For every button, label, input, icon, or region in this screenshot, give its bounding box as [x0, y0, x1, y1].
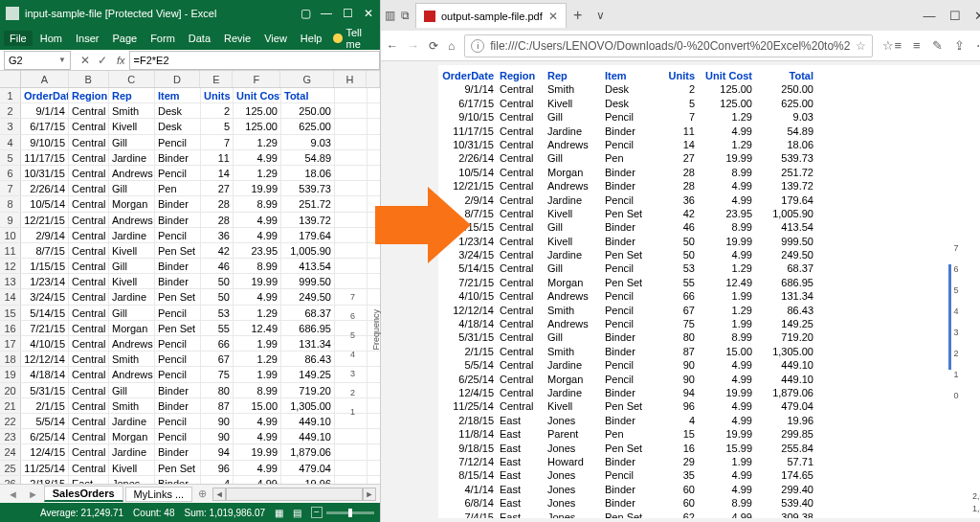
browser-tab[interactable]: output-sample-file.pdf ✕	[415, 3, 567, 28]
cell[interactable]: 9/1/14	[21, 103, 69, 118]
cell[interactable]: 179.64	[281, 228, 335, 242]
cell[interactable]: Pencil	[155, 414, 201, 428]
header-cell[interactable]: Total	[281, 88, 335, 102]
cell[interactable]: 1,005.90	[281, 243, 335, 258]
cell[interactable]: 413.54	[281, 259, 335, 273]
cell[interactable]: Binder	[155, 274, 201, 288]
cell[interactable]: Kivell	[109, 119, 155, 133]
cell[interactable]: Jardine	[109, 289, 155, 304]
cell[interactable]: 686.95	[281, 321, 335, 335]
cell[interactable]: Central	[69, 367, 109, 381]
ribbon-tab-formulas[interactable]: Form	[145, 31, 181, 46]
cell[interactable]: 66	[201, 336, 234, 351]
cell[interactable]: Andrews	[109, 336, 155, 351]
table-row[interactable]: 225/5/14CentralJardinePencil904.99449.10	[0, 414, 380, 429]
tab-close-icon[interactable]: ✕	[548, 10, 558, 23]
table-row[interactable]: 155/14/15CentralGillPencil531.2968.37	[0, 306, 380, 321]
cell[interactable]: 80	[201, 383, 234, 397]
edge-close-icon[interactable]: ✕	[974, 9, 980, 23]
col-header-e[interactable]: E	[200, 71, 233, 87]
cell[interactable]: 7	[201, 135, 234, 149]
cell[interactable]: Gill	[109, 306, 155, 320]
table-row[interactable]: 29/1/14CentralSmithDesk2125.00250.00	[0, 103, 380, 119]
cell[interactable]: Andrews	[109, 213, 155, 227]
cell[interactable]: 36	[201, 228, 234, 242]
table-row[interactable]: 610/31/15CentralAndrewsPencil141.2918.06	[0, 166, 380, 181]
table-row[interactable]: 810/5/14CentralMorganBinder288.99251.72	[0, 196, 380, 212]
cell[interactable]: 4.99	[234, 213, 281, 227]
header-cell[interactable]: OrderDate	[21, 88, 69, 102]
cell[interactable]: 4.99	[234, 228, 281, 242]
cell[interactable]: Central	[69, 444, 109, 459]
edge-minimize-icon[interactable]: —	[924, 9, 936, 23]
cell[interactable]: 50	[201, 274, 234, 288]
table-row[interactable]: 194/18/14CentralAndrewsPencil751.99149.2…	[0, 367, 380, 382]
header-cell[interactable]: Item	[155, 88, 201, 102]
cell[interactable]: 67	[201, 352, 234, 366]
cell[interactable]: Binder	[155, 213, 201, 227]
row-header[interactable]: 2	[0, 103, 21, 118]
row-header[interactable]: 12	[0, 259, 21, 273]
row-header[interactable]: 3	[0, 119, 21, 133]
close-icon[interactable]: ✕	[363, 8, 374, 19]
col-header-i[interactable]	[367, 71, 380, 87]
cell[interactable]: Pen Set	[155, 321, 201, 335]
cell[interactable]: 449.10	[281, 414, 335, 428]
cell[interactable]: Central	[69, 398, 109, 413]
cell[interactable]: Jardine	[109, 228, 155, 242]
header-cell[interactable]: Units	[201, 88, 234, 102]
cell[interactable]: Central	[69, 289, 109, 304]
cell[interactable]: Kivell	[109, 243, 155, 258]
cell[interactable]: 96	[201, 461, 234, 475]
cell[interactable]: 2/18/15	[21, 476, 69, 484]
cell[interactable]: Gill	[109, 135, 155, 149]
cell[interactable]: Central	[69, 274, 109, 288]
cell[interactable]: 12/12/14	[21, 352, 69, 366]
table-row[interactable]: 1812/12/14CentralSmithPencil671.2986.43	[0, 352, 380, 367]
cell[interactable]: Kivell	[109, 274, 155, 288]
cell[interactable]: 1,305.00	[281, 398, 335, 413]
cell[interactable]: 9/10/15	[21, 135, 69, 149]
new-sheet-icon[interactable]: ⊕	[194, 488, 211, 500]
cell[interactable]: Binder	[155, 383, 201, 397]
cell[interactable]: Central	[69, 336, 109, 351]
cell[interactable]: 4.99	[234, 476, 281, 484]
cell[interactable]: Central	[69, 228, 109, 242]
cell[interactable]: Pencil	[155, 166, 201, 180]
cell[interactable]: 5/31/15	[21, 383, 69, 397]
pdf-viewport[interactable]: OrderDateRegionRepItemUnitsUnit CostTota…	[381, 61, 980, 522]
accept-formula-icon[interactable]: ✓	[96, 54, 109, 67]
cell[interactable]: 6/17/15	[21, 119, 69, 133]
row-header[interactable]: 10	[0, 228, 21, 242]
ribbon-options-icon[interactable]: ▢	[300, 8, 311, 19]
cell[interactable]: Binder	[155, 398, 201, 413]
cell[interactable]: Central	[69, 166, 109, 180]
cell[interactable]: 23.95	[234, 243, 281, 258]
col-header-d[interactable]: D	[155, 71, 201, 87]
col-header-a[interactable]: A	[21, 71, 69, 87]
nav-refresh-icon[interactable]: ⟳	[429, 39, 438, 53]
cell[interactable]: Binder	[155, 259, 201, 273]
cell[interactable]: 5/14/15	[21, 306, 69, 320]
row-header[interactable]: 7	[0, 181, 21, 195]
tell-me[interactable]: Tell me	[333, 27, 376, 50]
cell[interactable]: 3/24/15	[21, 289, 69, 304]
cell[interactable]: Jardine	[109, 414, 155, 428]
cell[interactable]: 19.99	[234, 444, 281, 459]
cell[interactable]: 87	[201, 398, 234, 413]
cell[interactable]: Morgan	[109, 429, 155, 443]
cell[interactable]: Desk	[155, 103, 201, 118]
cell[interactable]: 54.89	[281, 150, 335, 165]
cell[interactable]: 7/21/15	[21, 321, 69, 335]
cell[interactable]: 10/31/15	[21, 166, 69, 180]
cell[interactable]: 1/15/15	[21, 259, 69, 273]
cell[interactable]: 479.04	[281, 461, 335, 475]
cell[interactable]: 8.99	[234, 259, 281, 273]
header-cell[interactable]: Unit Cost	[234, 88, 281, 102]
cell[interactable]: 19.96	[281, 476, 335, 484]
cell[interactable]: 27	[201, 181, 234, 195]
sheet-nav-left-icon[interactable]: ◄	[4, 488, 22, 500]
cell[interactable]: 539.73	[281, 181, 335, 195]
name-box[interactable]: G2 ▼	[4, 51, 71, 70]
row-header[interactable]: 14	[0, 289, 21, 304]
